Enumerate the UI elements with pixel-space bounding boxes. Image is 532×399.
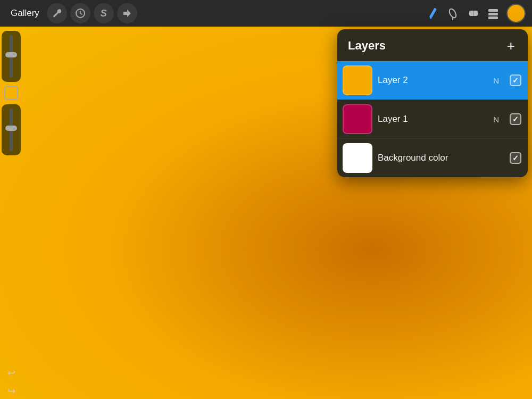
background-visibility-checkbox[interactable] — [510, 152, 521, 164]
pencil-icon — [426, 6, 439, 20]
background-thumbnail — [343, 143, 372, 173]
layers-panel: Layers + Layer 2 N Layer 1 N Background … — [337, 29, 528, 177]
layer2-thumbnail — [343, 65, 372, 95]
background-info: Background color — [378, 153, 504, 163]
background-name: Background color — [378, 153, 448, 163]
svg-rect-7 — [488, 13, 498, 15]
brush-opacity-thumb[interactable] — [5, 126, 17, 131]
left-sidebar: ↩ ↪ — [0, 27, 22, 399]
toolbar-left: Gallery S — [6, 3, 137, 23]
brush-size-thumb[interactable] — [5, 52, 17, 57]
pen-tool-button[interactable] — [446, 6, 460, 20]
layer2-name: Layer 2 — [378, 75, 408, 86]
wrench-icon — [52, 8, 62, 19]
transform-icon — [122, 8, 132, 19]
wrench-button[interactable] — [47, 3, 67, 23]
layer2-info: Layer 2 N — [378, 75, 504, 86]
layer1-mode: N — [493, 115, 499, 124]
layer1-info: Layer 1 N — [378, 114, 504, 124]
layer1-name: Layer 1 — [378, 114, 408, 124]
svg-rect-1 — [429, 7, 437, 18]
shape-select-button[interactable] — [4, 86, 18, 100]
draw-tool-button[interactable] — [426, 6, 439, 20]
layer-row-layer1[interactable]: Layer 1 N — [337, 100, 528, 139]
toolbar: Gallery S — [0, 0, 532, 27]
gallery-button[interactable]: Gallery — [6, 5, 44, 22]
adjust-icon — [75, 8, 86, 19]
svg-rect-8 — [488, 16, 498, 19]
layers-icon — [486, 6, 500, 20]
layers-panel-header: Layers + — [337, 29, 528, 61]
layer-row-layer2[interactable]: Layer 2 N — [337, 61, 528, 100]
layers-button[interactable] — [486, 6, 500, 20]
color-picker-button[interactable] — [506, 4, 526, 23]
brush-opacity-slider[interactable] — [10, 109, 13, 151]
smudge-icon: S — [101, 8, 107, 19]
layer2-mode: N — [493, 76, 499, 85]
undo-button[interactable]: ↩ — [5, 365, 18, 381]
brush-size-panel — [2, 31, 21, 82]
layer2-visibility-checkbox[interactable] — [510, 74, 521, 86]
pen-icon — [446, 6, 460, 20]
layer1-thumbnail — [343, 104, 372, 134]
layer-row-background[interactable]: Background color — [337, 139, 528, 177]
eraser-button[interactable] — [466, 6, 480, 20]
svg-rect-6 — [488, 9, 498, 12]
layers-panel-title: Layers — [348, 39, 386, 53]
brush-size-slider[interactable] — [10, 35, 13, 78]
layer1-visibility-checkbox[interactable] — [510, 113, 521, 125]
brush-opacity-panel — [2, 104, 21, 155]
toolbar-right — [426, 4, 526, 23]
adjust-button[interactable] — [70, 3, 90, 23]
transform-button[interactable] — [117, 3, 137, 23]
smudge-button[interactable]: S — [94, 3, 114, 23]
add-layer-button[interactable]: + — [505, 39, 517, 53]
redo-button[interactable]: ↪ — [5, 383, 18, 399]
eraser-icon — [466, 6, 480, 20]
svg-point-2 — [448, 8, 458, 19]
